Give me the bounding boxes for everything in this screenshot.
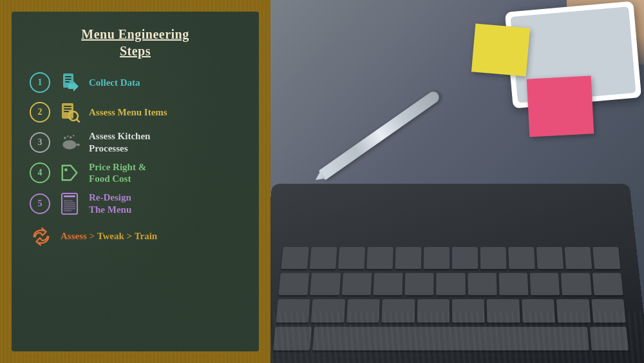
chalkboard: Menu Engineering Steps 1 Collect Data xyxy=(12,12,259,351)
svg-rect-23 xyxy=(64,206,75,208)
key xyxy=(373,273,402,296)
key xyxy=(436,273,465,296)
step-1-number: 1 xyxy=(30,72,50,93)
step-2: 2 Assess Menu Items xyxy=(30,101,241,124)
step-2-text: Assess Menu Items xyxy=(89,106,167,119)
svg-rect-1 xyxy=(65,76,71,77)
step-3-text: Assess KitchenProcesses xyxy=(89,130,150,155)
key xyxy=(508,247,535,270)
key xyxy=(341,273,372,296)
key xyxy=(498,273,528,296)
svg-point-17 xyxy=(64,168,68,172)
step-6-cycle: Assess > Tweak > Train xyxy=(30,225,241,248)
key xyxy=(536,247,564,270)
step-1-text: Collect Data xyxy=(89,77,140,89)
sticky-note-yellow xyxy=(471,23,530,76)
key xyxy=(404,273,434,296)
svg-point-14 xyxy=(67,135,69,137)
key xyxy=(310,273,340,296)
step-5: 5 MENU Re-Design The Menu xyxy=(30,191,241,216)
collect-data-icon xyxy=(58,71,81,94)
svg-rect-2 xyxy=(65,79,71,80)
svg-line-10 xyxy=(77,119,79,122)
key xyxy=(424,247,450,270)
price-icon xyxy=(58,161,81,184)
key xyxy=(565,247,592,270)
step-6-text: Assess > Tweak > Train xyxy=(61,230,157,242)
step-5-text: Re-Design The Menu xyxy=(89,191,131,216)
key xyxy=(395,247,421,270)
key xyxy=(530,273,560,296)
left-panel: Menu Engineering Steps 1 Collect Data xyxy=(0,0,270,363)
svg-text:MENU: MENU xyxy=(64,199,73,202)
svg-rect-24 xyxy=(64,208,75,210)
step-3-number: 3 xyxy=(30,132,50,153)
key xyxy=(592,273,623,296)
svg-rect-12 xyxy=(77,144,80,146)
step-3: 3 Assess KitchenProcesses xyxy=(30,130,241,155)
step-5-number: 5 xyxy=(30,193,50,214)
cycle-icon xyxy=(30,225,53,248)
svg-rect-25 xyxy=(64,210,71,211)
key xyxy=(310,247,337,270)
key xyxy=(338,247,365,270)
key xyxy=(452,247,478,270)
key xyxy=(281,247,308,270)
svg-rect-7 xyxy=(64,108,71,110)
sticky-note-pink xyxy=(527,75,594,137)
key xyxy=(366,247,393,270)
step-4: 4 Price Right & Food Cost xyxy=(30,161,241,186)
step-2-number: 2 xyxy=(30,102,50,123)
key xyxy=(480,247,507,270)
key xyxy=(278,273,309,296)
svg-point-13 xyxy=(64,137,66,139)
step-1: 1 Collect Data xyxy=(30,71,241,94)
svg-rect-3 xyxy=(65,81,70,83)
svg-rect-8 xyxy=(64,111,69,112)
step-4-number: 4 xyxy=(30,162,50,183)
board-title: Menu Engineering Steps xyxy=(30,26,241,59)
svg-rect-21 xyxy=(64,202,75,204)
svg-point-16 xyxy=(73,135,75,137)
svg-point-11 xyxy=(62,140,76,149)
key xyxy=(468,273,497,296)
key xyxy=(592,247,620,270)
assess-menu-icon xyxy=(58,101,81,124)
svg-point-15 xyxy=(70,136,72,139)
svg-rect-6 xyxy=(64,106,71,107)
keyboard-row-1 xyxy=(281,247,620,270)
kitchen-processes-icon xyxy=(58,131,81,154)
redesign-menu-icon: MENU xyxy=(58,192,81,215)
step-4-text: Price Right & Food Cost xyxy=(89,161,146,186)
svg-rect-19 xyxy=(64,195,75,197)
right-panel xyxy=(270,0,644,363)
wood-table xyxy=(270,311,644,363)
steps-list: 1 Collect Data 2 xyxy=(30,71,241,248)
svg-rect-22 xyxy=(64,204,75,206)
keyboard-row-2 xyxy=(278,273,623,296)
key xyxy=(561,273,591,296)
